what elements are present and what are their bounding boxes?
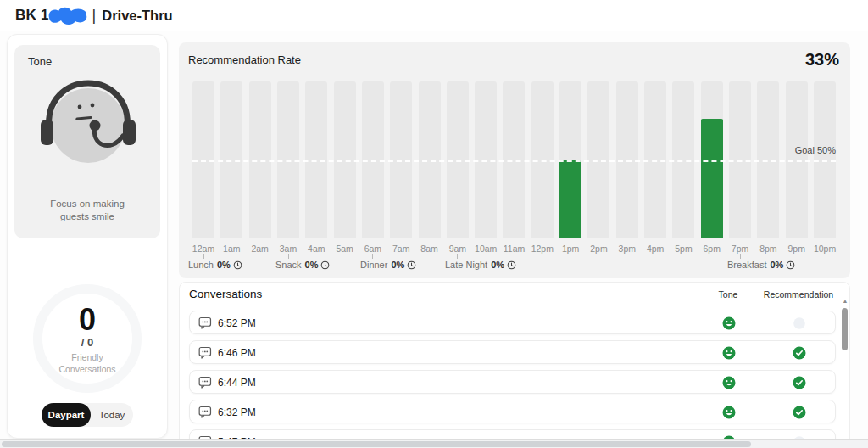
x-axis-label: 3pm bbox=[619, 244, 636, 254]
x-axis-label: 2pm bbox=[590, 244, 607, 254]
page-title: Drive-Thru bbox=[102, 8, 172, 24]
x-axis-label: 6am bbox=[364, 244, 381, 254]
tone-card-title: Tone bbox=[23, 55, 152, 68]
toggle-option-today[interactable]: Today bbox=[91, 403, 133, 427]
chat-bubble-icon bbox=[198, 376, 212, 392]
tone-card: Tone Focus on making guests smile bbox=[14, 45, 160, 238]
bar-value-fill bbox=[701, 119, 723, 238]
tone-message: Focus on making guests smile bbox=[14, 198, 160, 223]
daypart-name: Snack bbox=[275, 260, 302, 270]
conversation-row[interactable]: 6:46 PM bbox=[189, 340, 836, 364]
x-axis-label: 8pm bbox=[760, 244, 776, 254]
conversation-time: 6:44 PM bbox=[218, 377, 256, 389]
recommendation-rate-card: Recommendation Rate 33% Goal 50% 12am1am… bbox=[179, 42, 850, 278]
horizontal-scrollbar[interactable] bbox=[0, 439, 868, 448]
title-separator: | bbox=[92, 7, 97, 25]
gauge-denominator: / 0 bbox=[8, 336, 167, 349]
daypart-name: Breakfast bbox=[727, 260, 766, 270]
daypart-tick bbox=[288, 254, 289, 259]
recommendation-check-icon bbox=[793, 406, 806, 419]
daypart-name: Dinner bbox=[360, 260, 387, 270]
x-axis-label: 9pm bbox=[788, 244, 805, 254]
goal-line bbox=[192, 160, 836, 162]
x-axis-label: 2am bbox=[251, 244, 268, 254]
x-axis-label: 9am bbox=[449, 244, 466, 254]
tone-smiley-icon bbox=[722, 376, 736, 389]
clock-icon bbox=[507, 260, 516, 270]
chat-bubble-icon bbox=[198, 406, 212, 422]
recommendation-check-icon bbox=[793, 346, 806, 360]
x-axis-label: 5pm bbox=[675, 244, 692, 254]
conversation-row[interactable]: 6:32 PM bbox=[189, 400, 836, 423]
clock-icon bbox=[233, 260, 242, 270]
daypart-stat-dinner: Dinner0% bbox=[360, 260, 416, 270]
conversation-row[interactable]: 6:52 PM bbox=[189, 311, 836, 334]
x-axis-label: 12pm bbox=[531, 244, 554, 254]
overall-rate-value: 33% bbox=[805, 50, 839, 70]
daypart-tick bbox=[740, 254, 741, 259]
daypart-name: Lunch bbox=[188, 260, 214, 270]
tone-smiley-icon bbox=[722, 406, 736, 419]
tone-smiley-icon bbox=[722, 346, 736, 360]
conversation-time: 6:32 PM bbox=[218, 406, 256, 418]
scrollbar-thumb[interactable] bbox=[842, 308, 848, 350]
daypart-tick bbox=[457, 254, 458, 259]
gauge-value: 0 bbox=[8, 305, 167, 335]
clock-icon bbox=[786, 260, 795, 270]
x-axis-label: 1pm bbox=[562, 244, 579, 254]
tone-smiley-icon bbox=[722, 316, 736, 330]
x-axis-label: 1am bbox=[223, 244, 240, 254]
conversation-row[interactable]: 6:44 PM bbox=[189, 370, 836, 394]
daypart-today-toggle[interactable]: DaypartToday bbox=[42, 403, 133, 427]
headset-neutral-face-icon bbox=[35, 74, 142, 171]
chart-title: Recommendation Rate bbox=[188, 53, 301, 66]
toggle-option-daypart[interactable]: Daypart bbox=[42, 403, 91, 427]
list-scrollbar[interactable]: ▲ ▼ bbox=[840, 298, 850, 444]
daypart-value: 0% bbox=[217, 260, 231, 270]
gauge-label: Friendly Conversations bbox=[8, 352, 167, 375]
x-axis-label: 12am bbox=[192, 244, 214, 254]
daypart-tick bbox=[203, 254, 204, 259]
app-header: BK 1 | Drive-Thru bbox=[0, 0, 868, 31]
x-axis-label: 3am bbox=[280, 244, 297, 254]
tone-panel: Tone Focus on making guests smile 0 / 0 … bbox=[7, 34, 168, 439]
gauge-text: 0 / 0 Friendly Conversations bbox=[8, 305, 167, 375]
conversation-time: 6:52 PM bbox=[218, 317, 256, 329]
x-axis-label: 4am bbox=[308, 244, 325, 254]
chat-bubble-icon bbox=[198, 346, 212, 362]
redaction-scribble-icon bbox=[47, 6, 89, 26]
x-axis-label: 6pm bbox=[704, 244, 721, 254]
clock-icon bbox=[407, 260, 416, 270]
conversation-time: 6:46 PM bbox=[218, 347, 256, 359]
x-axis-label: 10am bbox=[475, 244, 497, 254]
x-axis-label: 5am bbox=[336, 244, 353, 254]
daypart-value: 0% bbox=[770, 260, 783, 270]
daypart-stat-late-night: Late Night0% bbox=[445, 260, 516, 270]
daypart-value: 0% bbox=[491, 260, 504, 270]
recommendation-check-icon bbox=[793, 376, 806, 389]
column-header-recommendation: Recommendation bbox=[764, 289, 833, 300]
x-axis-label: 10pm bbox=[814, 244, 836, 254]
bar-value-fill bbox=[559, 160, 581, 239]
x-axis-label: 7am bbox=[392, 244, 409, 254]
daypart-value: 0% bbox=[305, 260, 319, 270]
x-axis-label: 8am bbox=[420, 244, 437, 254]
daypart-stat-lunch: Lunch0% bbox=[188, 260, 242, 270]
daypart-value: 0% bbox=[391, 260, 404, 270]
conversations-title: Conversations bbox=[189, 288, 262, 300]
chat-bubble-icon bbox=[198, 316, 212, 333]
column-header-tone: Tone bbox=[719, 289, 738, 300]
x-axis-label: 7pm bbox=[732, 244, 748, 254]
daypart-stat-breakfast: Breakfast0% bbox=[727, 260, 795, 270]
x-axis-label: 4pm bbox=[647, 244, 664, 254]
clock-icon bbox=[320, 260, 330, 270]
horizontal-scrollbar-thumb[interactable] bbox=[2, 441, 751, 447]
goal-label: Goal 50% bbox=[795, 145, 836, 155]
daypart-stat-snack: Snack0% bbox=[275, 260, 330, 270]
daypart-name: Late Night bbox=[445, 260, 487, 270]
conversations-panel: Conversations Tone Recommendation 6:52 P… bbox=[179, 282, 850, 448]
recommendation-empty-icon bbox=[793, 316, 806, 330]
daypart-tick bbox=[372, 254, 373, 259]
brand-logo: BK 1 bbox=[15, 7, 49, 24]
scroll-up-arrow-icon[interactable]: ▲ bbox=[840, 298, 850, 304]
